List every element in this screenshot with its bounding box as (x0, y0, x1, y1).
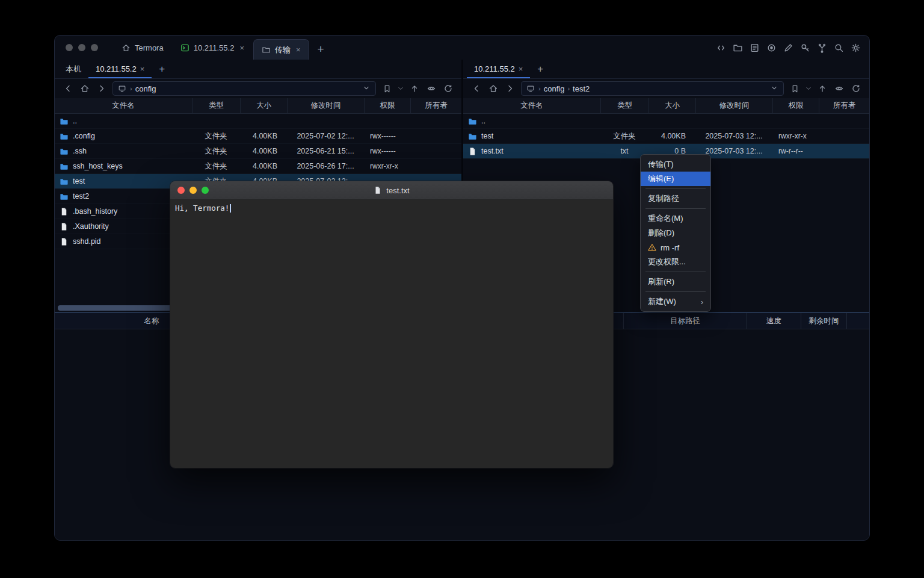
log-icon[interactable] (750, 43, 760, 53)
file-row[interactable]: .. (55, 114, 461, 129)
menu-item-new[interactable]: 新建(W) › (641, 294, 710, 309)
close-tab-icon[interactable]: × (519, 64, 523, 73)
menu-item-delete[interactable]: 删除(D) (641, 226, 710, 240)
bookmark-icon[interactable] (789, 82, 801, 95)
column-header[interactable]: 文件名 (55, 98, 192, 113)
menu-item-transfer[interactable]: 传输(T) (641, 157, 710, 172)
home-icon[interactable] (79, 82, 91, 95)
column-header[interactable]: 类型 (192, 98, 240, 113)
titlebar-actions (716, 43, 861, 53)
edit-pencil-icon[interactable] (783, 43, 793, 53)
column-header[interactable]: 目标路径 (623, 313, 747, 329)
column-header[interactable]: 大小 (648, 98, 695, 113)
menu-separator (645, 208, 706, 209)
column-header[interactable]: 类型 (600, 98, 648, 113)
show-hidden-eye-icon[interactable] (425, 82, 437, 95)
show-hidden-eye-icon[interactable] (833, 82, 845, 95)
path-bar[interactable]: › config (112, 81, 376, 96)
search-icon[interactable] (834, 43, 844, 53)
file-row[interactable]: ssh_host_keys 文件夹4.00KB2025-06-26 17:...… (55, 159, 461, 174)
tab-remote[interactable]: 10.211.55.2 × (467, 60, 530, 78)
close-tab-icon[interactable]: × (140, 64, 145, 73)
editor-content[interactable]: Hi, Termora! (170, 200, 613, 468)
tab-termora[interactable]: Termora (114, 36, 171, 60)
upload-icon[interactable] (816, 82, 828, 95)
column-header[interactable]: 所有者 (410, 98, 461, 113)
menu-item-chmod[interactable]: 更改权限... (641, 255, 710, 269)
back-icon[interactable] (470, 82, 482, 95)
chevron-down-icon[interactable] (770, 84, 778, 94)
key-icon[interactable] (800, 43, 810, 53)
refresh-icon[interactable] (442, 82, 454, 95)
back-icon[interactable] (62, 82, 74, 95)
forward-icon[interactable] (96, 82, 108, 95)
breadcrumb-segment[interactable]: config (135, 84, 156, 93)
column-header[interactable]: 所有者 (819, 98, 869, 113)
column-header[interactable]: 修改时间 (695, 98, 772, 113)
sftp-folder-icon[interactable] (733, 43, 743, 53)
traffic-lights[interactable] (66, 44, 98, 51)
column-header[interactable]: 大小 (240, 98, 287, 113)
zoom-window-button[interactable] (202, 187, 209, 194)
file-row[interactable]: .ssh 文件夹4.00KB2025-06-21 15:...rwx------ (55, 144, 461, 159)
close-tab-icon[interactable]: × (296, 45, 301, 54)
submenu-chevron-icon: › (701, 297, 703, 306)
tab-ssh-session[interactable]: 10.211.55.2 × (173, 36, 252, 60)
zoom-window-button[interactable] (91, 44, 98, 51)
editor-traffic-lights[interactable] (177, 187, 209, 194)
minimize-window-button[interactable] (189, 187, 197, 194)
left-pane-toolbar: › config (55, 79, 461, 98)
computer-icon (118, 84, 127, 93)
menu-item-rm-rf[interactable]: rm -rf (641, 240, 710, 255)
breadcrumb-segment[interactable]: config (544, 84, 565, 93)
column-header[interactable]: 文件名 (463, 98, 600, 113)
tab-local[interactable]: 本机 (58, 60, 88, 78)
menu-item-copy-path[interactable]: 复制路径 (641, 191, 710, 206)
folder-icon (60, 177, 69, 186)
column-header[interactable]: 权限 (772, 98, 819, 113)
add-tab-button[interactable]: + (310, 39, 331, 60)
bookmark-dropdown-icon[interactable] (805, 82, 812, 95)
document-icon (374, 186, 383, 195)
upload-icon[interactable] (408, 82, 420, 95)
chevron-down-icon[interactable] (362, 84, 371, 94)
tab-remote[interactable]: 10.211.55.2 × (88, 60, 152, 78)
forward-icon[interactable] (504, 82, 516, 95)
refresh-icon[interactable] (850, 82, 862, 95)
menu-separator (645, 291, 706, 292)
file-name: test2 (73, 192, 89, 200)
path-bar[interactable]: › config › test2 (521, 81, 784, 96)
menu-item-refresh[interactable]: 刷新(R) (641, 275, 710, 289)
code-snippet-icon[interactable] (716, 43, 726, 53)
column-header[interactable]: 修改时间 (287, 98, 364, 113)
tab-transfer[interactable]: 传输 × (253, 39, 309, 60)
file-name: .ssh (73, 147, 87, 155)
close-tab-icon[interactable]: × (239, 43, 244, 52)
close-window-button[interactable] (177, 187, 185, 194)
folder-icon (60, 117, 69, 126)
home-icon[interactable] (487, 82, 499, 95)
settings-gear-icon[interactable] (851, 43, 861, 53)
macro-record-icon[interactable] (766, 43, 777, 53)
keymap-icon[interactable] (817, 43, 827, 53)
add-pane-tab-button[interactable]: + (530, 60, 550, 78)
editor-titlebar[interactable]: test.txt (170, 181, 613, 200)
breadcrumb-separator: › (538, 85, 541, 92)
file-row[interactable]: test 文件夹4.00KB2025-07-03 12:...rwxr-xr-x (463, 129, 869, 144)
menu-item-edit[interactable]: 编辑(E) (641, 172, 710, 186)
minimize-window-button[interactable] (78, 44, 85, 51)
file-name: .Xauthority (73, 222, 109, 231)
terminal-icon (180, 43, 189, 52)
menu-item-rename[interactable]: 重命名(M) (641, 211, 710, 226)
column-header[interactable]: 速度 (747, 313, 801, 329)
bookmark-icon[interactable] (381, 82, 393, 95)
bookmark-dropdown-icon[interactable] (398, 82, 404, 95)
file-row[interactable]: .config 文件夹4.00KB2025-07-02 12:...rwx---… (55, 129, 461, 144)
file-row[interactable]: .. (463, 114, 869, 129)
column-header[interactable]: 剩余时间 (801, 313, 846, 329)
tab-label: Termora (135, 43, 164, 52)
add-pane-tab-button[interactable]: + (152, 60, 172, 78)
breadcrumb-segment[interactable]: test2 (573, 84, 590, 93)
close-window-button[interactable] (66, 44, 73, 51)
column-header[interactable]: 权限 (364, 98, 410, 113)
